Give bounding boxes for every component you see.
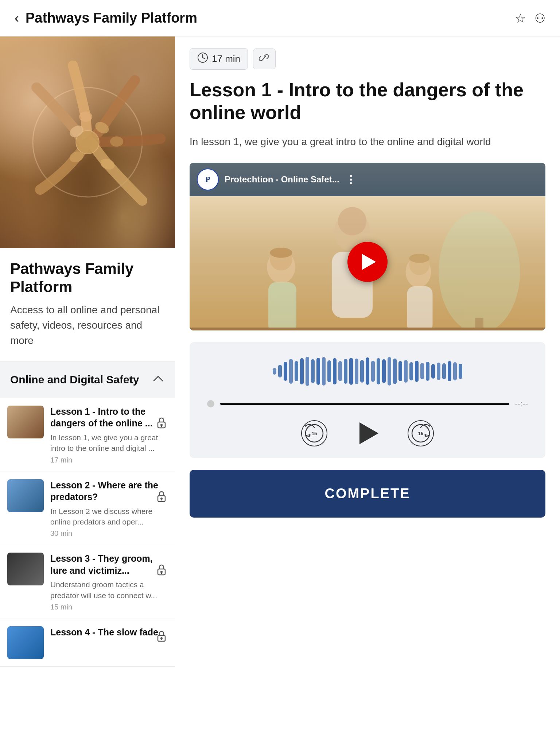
lesson-1-title: Lesson 1 - Intro to the dangers of the o… — [50, 406, 168, 429]
share-button[interactable]: ⚇ — [534, 11, 545, 26]
forward-icon: 15 — [411, 424, 430, 443]
lesson-thumbnail-1 — [7, 406, 44, 438]
waveform-bar — [371, 361, 375, 382]
lesson-4-content: Lesson 4 - The slow fade — [50, 626, 168, 641]
audio-controls: 15 15 — [207, 420, 528, 446]
svg-point-15 — [160, 571, 163, 573]
waveform-bar — [344, 359, 347, 384]
svg-point-35 — [409, 253, 429, 263]
waveform-bar — [420, 363, 424, 379]
svg-point-5 — [110, 136, 123, 147]
lesson-thumbnail-2 — [7, 479, 44, 512]
svg-line-22 — [203, 58, 205, 59]
lesson-1-desc: In lesson 1, we give you a great intro t… — [50, 432, 168, 454]
waveform-bar — [409, 362, 413, 380]
lesson-thumbnail-3 — [7, 553, 44, 585]
clock-icon — [197, 52, 208, 66]
audio-play-button[interactable] — [357, 422, 378, 444]
svg-text:15: 15 — [312, 431, 317, 436]
header-left: ‹ Pathways Family Platform — [15, 10, 197, 26]
waveform-bar — [453, 362, 457, 380]
waveform-bar — [393, 359, 397, 384]
waveform-bar — [300, 358, 304, 384]
video-scene — [190, 196, 545, 328]
waveform-bar — [327, 360, 331, 382]
lesson-1-meta: 17 min — [50, 456, 168, 464]
lock-icon-1 — [155, 416, 168, 433]
waveform-bar — [398, 361, 402, 381]
video-top-bar: P Protechtion - Online Safet... ⋮ — [190, 163, 545, 196]
platform-desc: Access to all online and personal safety… — [10, 302, 165, 348]
svg-rect-29 — [268, 282, 296, 328]
progress-dot — [207, 400, 214, 407]
waveform-bar — [295, 361, 298, 381]
waveform-bar — [366, 357, 369, 385]
lock-icon-4 — [155, 629, 168, 646]
video-more-icon[interactable]: ⋮ — [345, 173, 356, 186]
hero-image — [0, 36, 175, 248]
progress-track[interactable] — [220, 403, 509, 405]
waveform-bar — [338, 361, 342, 381]
app-title: Pathways Family Platform — [26, 10, 197, 26]
lesson-3-meta: 15 min — [50, 603, 168, 611]
lesson-item[interactable]: Lesson 1 - Intro to the dangers of the o… — [0, 398, 175, 472]
lesson-item[interactable]: Lesson 4 - The slow fade — [0, 619, 175, 666]
link-button[interactable] — [253, 49, 276, 69]
lesson-main-desc: In lesson 1, we give you a great intro t… — [190, 134, 545, 150]
lock-icon-2 — [155, 489, 168, 506]
hands-visual — [0, 36, 175, 248]
waveform-bar — [459, 364, 462, 379]
section-header[interactable]: Online and Digital Safety — [0, 361, 175, 398]
waveform-bar — [388, 357, 391, 386]
video-container[interactable]: P Protechtion - Online Safet... ⋮ — [190, 163, 545, 330]
lesson-1-duration: 17 min — [50, 456, 72, 464]
lesson-3-content: Lesson 3 - They groom, lure and victimiz… — [50, 553, 168, 611]
forward-button[interactable]: 15 — [408, 420, 434, 446]
svg-point-18 — [160, 637, 163, 639]
audio-player: --:-- 15 — [190, 342, 545, 458]
waveform-bar — [431, 364, 435, 379]
lesson-list: Lesson 1 - Intro to the dangers of the o… — [0, 398, 175, 667]
back-button[interactable]: ‹ — [15, 12, 19, 25]
main-layout: Pathways Family Platform Access to all o… — [0, 36, 560, 667]
waveform-bar — [289, 359, 293, 384]
progress-time: --:-- — [515, 399, 528, 409]
video-play-button[interactable] — [347, 242, 388, 282]
rewind-button[interactable]: 15 — [301, 420, 327, 446]
waveform — [207, 357, 528, 386]
chevron-up-icon — [152, 372, 165, 388]
lesson-main-title: Lesson 1 - Intro to the dangers of the o… — [190, 78, 545, 124]
lesson-2-meta: 30 min — [50, 529, 168, 538]
platform-info: Pathways Family Platform Access to all o… — [0, 248, 175, 356]
svg-point-9 — [160, 424, 163, 426]
lesson-2-title: Lesson 2 - Where are the predators? — [50, 479, 168, 503]
lesson-thumbnail-4 — [7, 626, 44, 659]
app-header: ‹ Pathways Family Platform ☆ ⚇ — [0, 0, 560, 36]
waveform-bar — [311, 359, 315, 383]
waveform-bar — [404, 360, 408, 383]
lesson-3-duration: 15 min — [50, 603, 72, 611]
waveform-bar — [437, 363, 440, 380]
waveform-bar — [273, 368, 276, 375]
lesson-3-title: Lesson 3 - They groom, lure and victimiz… — [50, 553, 168, 576]
channel-logo: P — [197, 169, 219, 190]
svg-rect-24 — [475, 318, 483, 328]
hands-svg — [7, 44, 168, 241]
bookmark-button[interactable]: ☆ — [515, 11, 526, 26]
progress-row[interactable]: --:-- — [207, 399, 528, 409]
rewind-icon: 15 — [305, 424, 324, 443]
svg-text:15: 15 — [418, 431, 423, 436]
waveform-bar — [382, 359, 386, 383]
svg-rect-32 — [407, 286, 433, 328]
lock-icon-3 — [155, 563, 168, 580]
lesson-item[interactable]: Lesson 3 - They groom, lure and victimiz… — [0, 545, 175, 619]
svg-point-23 — [439, 211, 520, 327]
duration-row: 17 min — [190, 48, 545, 70]
waveform-bar — [322, 357, 326, 386]
waveform-bar — [360, 360, 364, 383]
right-panel: 17 min Lesson 1 - Intro to the dangers o… — [175, 36, 560, 529]
waveform-bar — [306, 357, 309, 386]
waveform-bar — [377, 358, 380, 384]
lesson-item[interactable]: Lesson 2 - Where are the predators? In L… — [0, 472, 175, 546]
complete-button[interactable]: COMPLETE — [190, 470, 545, 518]
